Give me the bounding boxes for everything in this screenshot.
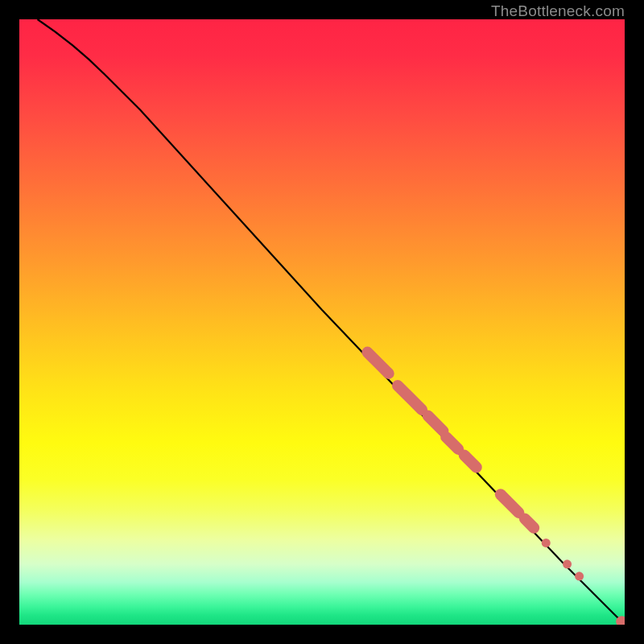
marker-segment — [464, 455, 477, 467]
chart-frame: TheBottleneck.com — [0, 0, 644, 644]
marker-segment — [398, 386, 422, 410]
marker-dot — [563, 559, 572, 568]
marker-segment — [446, 437, 458, 449]
marker-dot — [575, 572, 584, 580]
chart-svg — [19, 19, 625, 625]
marker-dot — [542, 539, 551, 547]
main-curve — [38, 19, 625, 625]
plot-area — [19, 19, 625, 625]
marker-layer — [367, 353, 625, 625]
marker-segment — [525, 518, 534, 527]
marker-segment — [367, 353, 388, 374]
marker-segment — [428, 416, 444, 431]
attribution-text: TheBottleneck.com — [491, 2, 625, 20]
marker-segment — [501, 494, 519, 513]
marker-dot — [616, 616, 625, 625]
